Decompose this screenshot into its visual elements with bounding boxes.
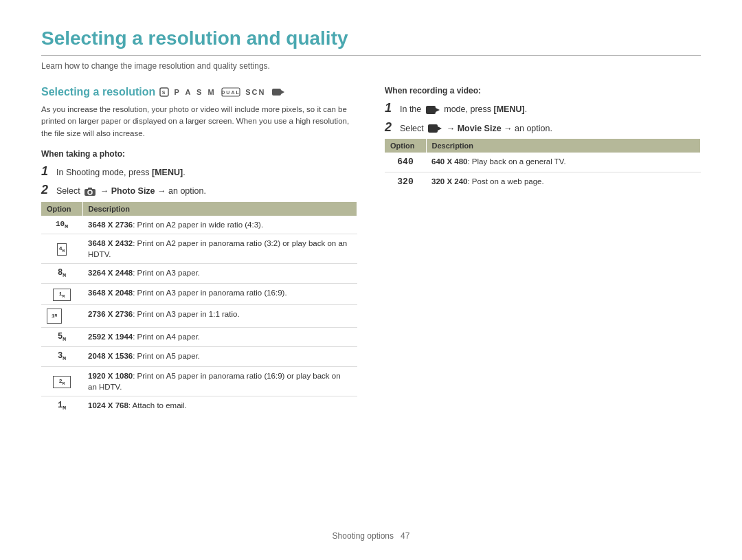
svg-rect-11 xyxy=(428,124,438,133)
table-row: 10M 3648 X 2736: Print on A2 paper in wi… xyxy=(41,216,357,234)
icon-320: 320 xyxy=(397,177,413,187)
table-row: 640 640 X 480: Play back on a general TV… xyxy=(385,153,701,172)
video-step-icon xyxy=(425,104,440,115)
col-description-v: Description xyxy=(426,139,701,153)
table-row: 1M 3648 X 2048: Print on A3 paper in pan… xyxy=(41,283,357,304)
desc-cell: 1024 X 768: Attach to email. xyxy=(82,396,357,416)
step-v1-text: In the mode, press [MENU]. xyxy=(400,104,527,116)
svg-rect-4 xyxy=(272,89,281,96)
photo-table-body: 10M 3648 X 2736: Print on A2 paper in wi… xyxy=(41,216,357,416)
step-1-text: In Shooting mode, press [MENU]. xyxy=(56,167,186,179)
desc-cell: 3648 X 2048: Print on A3 paper in panora… xyxy=(82,283,357,304)
icon-cell-640: 640 xyxy=(385,153,426,172)
icon-1m-wide: 1M xyxy=(53,289,71,301)
icon-4m: 4M xyxy=(57,243,67,256)
video-select-icon xyxy=(427,123,442,134)
page: Selecting a resolution and quality Learn… xyxy=(0,0,742,560)
icon-2m: 2M xyxy=(53,376,71,388)
step-num-2: 2 xyxy=(41,183,52,197)
desc-cell-320: 320 X 240: Post on a web page. xyxy=(426,172,701,192)
table-row: 1M 1024 X 768: Attach to email. xyxy=(41,396,357,416)
icon-cell: 1M xyxy=(41,283,82,304)
icon-5m: 5M xyxy=(58,332,66,341)
step-2-video: 2 Select → Movie Size → an option. xyxy=(385,120,701,135)
svg-text:DUAL: DUAL xyxy=(221,90,240,95)
icon-640: 640 xyxy=(397,157,413,167)
icon-cell: 2M xyxy=(41,366,82,396)
col-option: Option xyxy=(41,202,82,216)
dual-icon: DUAL xyxy=(221,87,240,97)
col-description: Description xyxy=(82,202,357,216)
footer-label: Shooting options xyxy=(333,531,394,541)
video-table-body: 640 640 X 480: Play back on a general TV… xyxy=(385,153,701,192)
icon-3m: 3M xyxy=(58,351,66,361)
icon-cell: 1M xyxy=(41,396,82,416)
smart-icon: S xyxy=(159,87,169,97)
icon-cell: 10M xyxy=(41,216,82,234)
icon-8m: 8M xyxy=(58,268,66,278)
table-row: 4M 3648 X 2432: Print on A2 paper in pan… xyxy=(41,234,357,264)
desc-cell: 2592 X 1944: Print on A4 paper. xyxy=(82,327,357,347)
step-num-v2: 2 xyxy=(385,120,396,135)
table-row: 2M 1920 X 1080: Print on A5 paper in pan… xyxy=(41,366,357,396)
right-column: When recording a video: 1 In the mode, p… xyxy=(385,86,701,423)
mode-icons: P A S M xyxy=(175,88,216,96)
section-icons-label: S P A S M DUAL SCN xyxy=(159,87,285,98)
svg-marker-10 xyxy=(436,108,440,112)
desc-cell: 2048 X 1536: Print on A5 paper. xyxy=(82,347,357,367)
icon-cell: 5M xyxy=(41,327,82,347)
desc-cell: 1920 X 1080: Print on A5 paper in panora… xyxy=(82,366,357,396)
svg-text:S: S xyxy=(162,90,167,95)
icon-1m: 1M xyxy=(58,401,66,410)
video-table-header: Option Description xyxy=(385,139,701,153)
svg-marker-12 xyxy=(438,126,442,131)
col-option-v: Option xyxy=(385,139,426,153)
svg-marker-5 xyxy=(281,90,284,94)
icon-cell: 4M xyxy=(41,234,82,264)
page-title: Selecting a resolution and quality xyxy=(41,27,701,56)
svg-rect-7 xyxy=(88,188,92,190)
table-row: 320 320 X 240: Post on a web page. xyxy=(385,172,701,192)
desc-cell: 3648 X 2736: Print on A2 paper in wide r… xyxy=(82,216,357,234)
icon-cell: 1M xyxy=(41,304,82,327)
left-column: Selecting a resolution S P A S M DUAL SC… xyxy=(41,86,357,423)
step-num-1: 1 xyxy=(41,164,52,179)
icon-10m: 10M xyxy=(56,220,68,228)
section-heading-text: Selecting a resolution xyxy=(41,86,155,98)
body-text: As you increase the resolution, your pho… xyxy=(41,104,357,139)
desc-cell-640: 640 X 480: Play back on a general TV. xyxy=(426,153,701,172)
step-num-v1: 1 xyxy=(385,101,396,115)
video-size-table: Option Description 640 640 X 480: Play b… xyxy=(385,139,701,192)
svg-rect-9 xyxy=(426,106,436,114)
when-video-label: When recording a video: xyxy=(385,86,701,96)
icon-1m-square: 1M xyxy=(47,309,62,324)
scn-label: SCN xyxy=(245,88,265,96)
step-2-photo: 2 Select → Photo Size → an option. xyxy=(41,183,357,198)
section-title-resolution: Selecting a resolution S P A S M DUAL SC… xyxy=(41,86,357,98)
footer-page-num: 47 xyxy=(401,531,409,541)
step-v2-text: Select → Movie Size → an option. xyxy=(400,123,552,135)
desc-cell: 2736 X 2736: Print on A3 paper in 1:1 ra… xyxy=(82,304,357,327)
icon-cell: 3M xyxy=(41,347,82,367)
step-1-video: 1 In the mode, press [MENU]. xyxy=(385,101,701,116)
page-footer: Shooting options 47 xyxy=(0,531,742,541)
two-column-layout: Selecting a resolution S P A S M DUAL SC… xyxy=(41,86,701,423)
table-row: 1M 2736 X 2736: Print on A3 paper in 1:1… xyxy=(41,304,357,327)
table-row: 3M 2048 X 1536: Print on A5 paper. xyxy=(41,347,357,367)
subtitle: Learn how to change the image resolution… xyxy=(41,61,701,71)
desc-cell: 3264 X 2448: Print on A3 paper. xyxy=(82,264,357,284)
desc-cell: 3648 X 2432: Print on A2 paper in panora… xyxy=(82,234,357,264)
table-row: 5M 2592 X 1944: Print on A4 paper. xyxy=(41,327,357,347)
when-photo-label: When taking a photo: xyxy=(41,149,357,159)
icon-cell: 8M xyxy=(41,264,82,284)
icon-cell-320: 320 xyxy=(385,172,426,192)
video-mode-icon xyxy=(271,87,285,97)
step-1-photo: 1 In Shooting mode, press [MENU]. xyxy=(41,164,357,179)
photo-table-header: Option Description xyxy=(41,202,357,216)
table-row: 8M 3264 X 2448: Print on A3 paper. xyxy=(41,264,357,284)
photo-mode-icon xyxy=(84,187,96,197)
photo-size-table: Option Description 10M 3648 X 2736: Prin… xyxy=(41,202,357,416)
step-2-text: Select → Photo Size → an option. xyxy=(56,186,206,198)
